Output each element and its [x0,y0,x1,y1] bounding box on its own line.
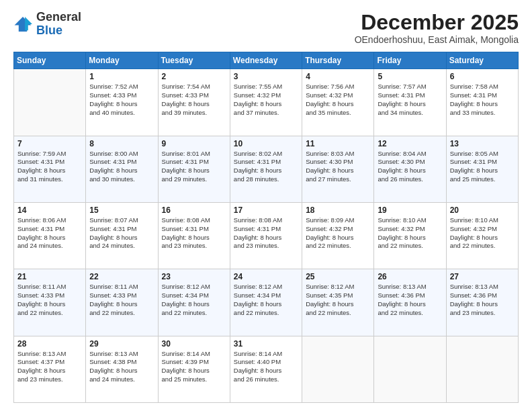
table-row: 3Sunrise: 7:55 AM Sunset: 4:32 PM Daylig… [230,69,302,136]
day-number: 24 [234,272,298,281]
table-row: 26Sunrise: 8:13 AM Sunset: 4:36 PM Dayli… [374,269,446,336]
table-row: 9Sunrise: 8:01 AM Sunset: 4:31 PM Daylig… [158,136,230,202]
logo-icon [13,15,32,34]
table-row [14,69,86,136]
calendar-week-row: 14Sunrise: 8:06 AM Sunset: 4:31 PM Dayli… [14,202,519,269]
table-row: 22Sunrise: 8:11 AM Sunset: 4:33 PM Dayli… [86,269,158,336]
day-number: 5 [378,72,442,81]
table-row: 25Sunrise: 8:12 AM Sunset: 4:35 PM Dayli… [302,269,374,336]
day-number: 6 [450,72,515,81]
header-thursday: Thursday [302,52,374,69]
day-number: 23 [162,272,226,281]
day-number: 8 [89,139,154,148]
cell-info: Sunrise: 8:11 AM Sunset: 4:33 PM Dayligh… [89,283,154,317]
table-row [446,336,518,402]
cell-info: Sunrise: 8:07 AM Sunset: 4:31 PM Dayligh… [89,216,154,250]
cell-info: Sunrise: 8:08 AM Sunset: 4:31 PM Dayligh… [234,216,298,250]
calendar-week-row: 7Sunrise: 7:59 AM Sunset: 4:31 PM Daylig… [14,136,519,202]
day-number: 9 [162,139,226,148]
cell-info: Sunrise: 8:13 AM Sunset: 4:38 PM Dayligh… [89,350,154,384]
day-number: 19 [378,205,442,215]
cell-info: Sunrise: 7:55 AM Sunset: 4:32 PM Dayligh… [234,83,298,117]
cell-info: Sunrise: 8:01 AM Sunset: 4:31 PM Dayligh… [162,150,226,184]
logo: General Blue [13,11,81,38]
cell-info: Sunrise: 7:57 AM Sunset: 4:31 PM Dayligh… [378,83,442,117]
table-row: 28Sunrise: 8:13 AM Sunset: 4:37 PM Dayli… [14,336,86,402]
day-number: 10 [234,139,298,148]
table-row: 12Sunrise: 8:04 AM Sunset: 4:30 PM Dayli… [374,136,446,202]
table-row: 4Sunrise: 7:56 AM Sunset: 4:32 PM Daylig… [302,69,374,136]
calendar-week-row: 1Sunrise: 7:52 AM Sunset: 4:33 PM Daylig… [14,69,519,136]
day-number: 13 [450,139,515,148]
table-row: 5Sunrise: 7:57 AM Sunset: 4:31 PM Daylig… [374,69,446,136]
table-row: 29Sunrise: 8:13 AM Sunset: 4:38 PM Dayli… [86,336,158,402]
cell-info: Sunrise: 8:10 AM Sunset: 4:32 PM Dayligh… [378,216,442,250]
day-number: 15 [89,205,154,215]
table-row: 8Sunrise: 8:00 AM Sunset: 4:31 PM Daylig… [86,136,158,202]
cell-info: Sunrise: 8:05 AM Sunset: 4:31 PM Dayligh… [450,150,515,184]
table-row: 17Sunrise: 8:08 AM Sunset: 4:31 PM Dayli… [230,202,302,269]
day-number: 1 [89,72,154,81]
table-row: 13Sunrise: 8:05 AM Sunset: 4:31 PM Dayli… [446,136,518,202]
day-number: 3 [234,72,298,81]
day-number: 2 [162,72,226,81]
table-row: 6Sunrise: 7:58 AM Sunset: 4:31 PM Daylig… [446,69,518,136]
cell-info: Sunrise: 7:54 AM Sunset: 4:33 PM Dayligh… [162,83,226,117]
table-row [374,336,446,402]
day-number: 22 [89,272,154,281]
cell-info: Sunrise: 8:14 AM Sunset: 4:40 PM Dayligh… [234,350,298,384]
logo-text: General Blue [36,11,81,38]
day-number: 28 [17,339,82,349]
cell-info: Sunrise: 7:52 AM Sunset: 4:33 PM Dayligh… [89,83,154,117]
day-number: 27 [450,272,515,281]
cell-info: Sunrise: 8:13 AM Sunset: 4:36 PM Dayligh… [378,283,442,317]
month-title: December 2025 [355,11,519,34]
cell-info: Sunrise: 8:08 AM Sunset: 4:31 PM Dayligh… [162,216,226,250]
day-number: 30 [162,339,226,349]
day-number: 21 [17,272,82,281]
header-saturday: Saturday [446,52,518,69]
header-friday: Friday [374,52,446,69]
cell-info: Sunrise: 8:13 AM Sunset: 4:37 PM Dayligh… [17,350,82,384]
cell-info: Sunrise: 8:02 AM Sunset: 4:31 PM Dayligh… [234,150,298,184]
table-row: 15Sunrise: 8:07 AM Sunset: 4:31 PM Dayli… [86,202,158,269]
day-number: 7 [17,139,82,148]
logo-general: General [36,10,81,24]
table-row [302,336,374,402]
cell-info: Sunrise: 8:12 AM Sunset: 4:35 PM Dayligh… [306,283,370,317]
location-subtitle: OEndoerhoshuu, East Aimak, Mongolia [355,34,519,45]
cell-info: Sunrise: 7:59 AM Sunset: 4:31 PM Dayligh… [17,150,82,184]
table-row: 19Sunrise: 8:10 AM Sunset: 4:32 PM Dayli… [374,202,446,269]
cell-info: Sunrise: 8:13 AM Sunset: 4:36 PM Dayligh… [450,283,515,317]
cell-info: Sunrise: 8:10 AM Sunset: 4:32 PM Dayligh… [450,216,515,250]
day-number: 17 [234,205,298,215]
cell-info: Sunrise: 8:03 AM Sunset: 4:30 PM Dayligh… [306,150,370,184]
day-number: 4 [306,72,370,81]
cell-info: Sunrise: 8:12 AM Sunset: 4:34 PM Dayligh… [234,283,298,317]
table-row: 24Sunrise: 8:12 AM Sunset: 4:34 PM Dayli… [230,269,302,336]
header-monday: Monday [86,52,158,69]
day-number: 20 [450,205,515,215]
cell-info: Sunrise: 8:06 AM Sunset: 4:31 PM Dayligh… [17,216,82,250]
table-row: 30Sunrise: 8:14 AM Sunset: 4:39 PM Dayli… [158,336,230,402]
table-row: 10Sunrise: 8:02 AM Sunset: 4:31 PM Dayli… [230,136,302,202]
cell-info: Sunrise: 8:12 AM Sunset: 4:34 PM Dayligh… [162,283,226,317]
day-number: 16 [162,205,226,215]
calendar-header-row: Sunday Monday Tuesday Wednesday Thursday… [14,52,519,69]
cell-info: Sunrise: 8:11 AM Sunset: 4:33 PM Dayligh… [17,283,82,317]
day-number: 11 [306,139,370,148]
header: General Blue December 2025 OEndoerhoshuu… [13,11,519,45]
table-row: 18Sunrise: 8:09 AM Sunset: 4:32 PM Dayli… [302,202,374,269]
page: General Blue December 2025 OEndoerhoshuu… [0,0,532,411]
svg-marker-1 [25,17,32,30]
calendar-week-row: 21Sunrise: 8:11 AM Sunset: 4:33 PM Dayli… [14,269,519,336]
header-wednesday: Wednesday [230,52,302,69]
cell-info: Sunrise: 8:14 AM Sunset: 4:39 PM Dayligh… [162,350,226,384]
table-row: 2Sunrise: 7:54 AM Sunset: 4:33 PM Daylig… [158,69,230,136]
day-number: 18 [306,205,370,215]
calendar-table: Sunday Monday Tuesday Wednesday Thursday… [13,52,519,403]
table-row: 11Sunrise: 8:03 AM Sunset: 4:30 PM Dayli… [302,136,374,202]
day-number: 14 [17,205,82,215]
calendar-week-row: 28Sunrise: 8:13 AM Sunset: 4:37 PM Dayli… [14,336,519,402]
table-row: 21Sunrise: 8:11 AM Sunset: 4:33 PM Dayli… [14,269,86,336]
